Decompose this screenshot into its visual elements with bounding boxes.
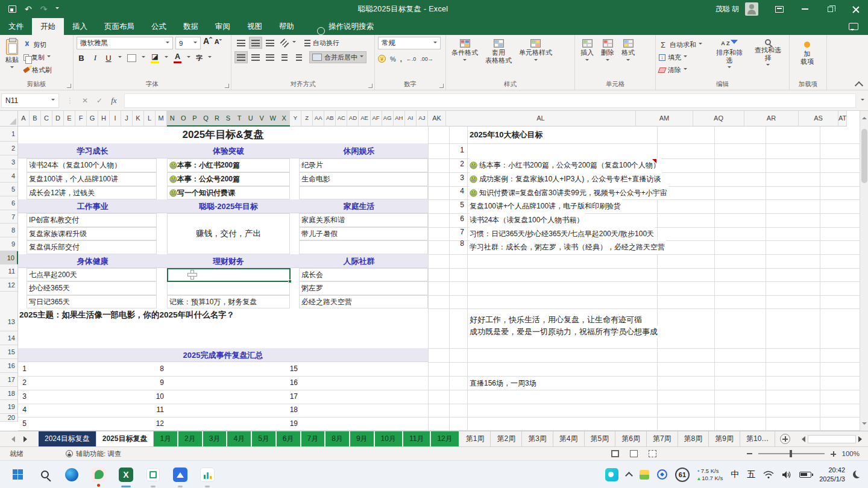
fill-button[interactable]: ↓填充 [659,52,709,63]
taskbar-search-button[interactable] [37,467,52,483]
copy-button[interactable]: 复制 [24,52,52,63]
font-size-combo[interactable]: 9 [175,37,201,49]
close-button[interactable] [843,0,868,18]
decrease-decimal-icon[interactable]: .00→ [420,56,433,62]
column-header-selected[interactable]: U [245,111,257,125]
tell-me-search[interactable]: 操作说明搜索 [329,22,374,32]
column-header[interactable]: AK [428,111,446,126]
snipping-tool-button[interactable] [145,467,161,483]
conditional-formatting-button[interactable]: 条件格式 [449,37,480,80]
sheet-tab-week[interactable]: 第8周 [678,431,709,446]
core-goal-number[interactable]: 1 [449,143,464,157]
find-select-button[interactable]: 查找和选择 [750,37,786,80]
list-number[interactable]: 16 [253,376,298,390]
column-header-selected[interactable]: O [178,111,190,125]
column-header-selected[interactable]: S [223,111,234,125]
list-number[interactable]: 2 [18,376,27,390]
minimize-button[interactable] [792,0,817,18]
alignment-dialog-launcher-icon[interactable] [368,84,373,88]
tab-review[interactable]: 审阅 [207,18,239,35]
tray-app-icon[interactable] [640,470,649,480]
bold-button[interactable]: B [77,54,86,63]
clear-button[interactable]: 清除 [659,64,709,75]
column-header[interactable]: H [98,111,110,126]
prev-sheet-icon[interactable] [8,436,15,442]
format-as-table-button[interactable]: 套用表格格式 [483,37,514,80]
format-cells-button[interactable]: 格式 [619,37,637,80]
tab-help[interactable]: 帮助 [271,18,303,35]
cell-n3[interactable]: 本事：小红书200篇 [167,158,290,172]
security-shield-icon[interactable] [657,469,667,480]
notes-app-button[interactable] [91,467,107,483]
sheet-tab-week[interactable]: 第9周 [709,431,740,446]
addins-button[interactable]: 加载项 [793,37,822,80]
zoom-out-icon[interactable] [747,453,752,454]
accounting-format-icon[interactable]: ¥ [378,55,386,63]
cell-b13[interactable]: 写日记365天 [27,295,157,308]
column-header-selected[interactable]: T [234,111,245,125]
sheet-tab-week[interactable]: 第6周 [615,431,647,446]
list-number[interactable]: 5 [18,417,27,431]
cell-y3[interactable]: 纪录片 [299,158,428,172]
row-header[interactable]: 13 [0,292,18,331]
blue-app-button[interactable] [172,467,188,483]
wubi-indicator[interactable]: 五 [747,469,755,480]
motto-line-2[interactable]: 成功既是爱，爱是一切原动力，祝福所有学员心想事成 [470,326,659,338]
row-header[interactable]: 14 [0,331,18,345]
increase-indent-icon[interactable] [292,51,306,63]
sheet-tab-month[interactable]: 3月 [203,431,227,446]
column-header-selected[interactable]: Q [201,111,212,125]
new-sheet-icon[interactable] [780,434,790,444]
core-goal-4[interactable]: 知识付费课=复盘创富30讲卖99元，视频号+公众号+小宇宙 [470,186,668,199]
formula-bar-expand-icon[interactable] [861,99,864,102]
cell-y8[interactable]: 带儿子暑假 [299,227,428,240]
row-header[interactable]: 1 [0,127,18,142]
list-number[interactable]: 1 [18,362,27,376]
format-painter-button[interactable]: 格式刷 [24,64,52,75]
selected-cell-n11[interactable] [167,268,291,282]
sheet-tab-month[interactable]: 4月 [227,431,251,446]
percent-style-icon[interactable]: % [390,55,396,63]
cell-n13[interactable]: 记账：预算10万，财务复盘 [167,295,290,308]
tab-file[interactable]: 文件 [0,18,32,35]
cell-y7[interactable]: 家庭关系和谐 [299,213,428,227]
core-goal-number[interactable]: 5 [449,198,464,212]
confirm-icon[interactable]: ✓ [96,96,102,105]
comma-style-icon[interactable]: , [400,55,402,63]
column-header[interactable]: AM [636,111,693,126]
increase-decimal-icon[interactable]: ←.0 [406,56,417,62]
focus-moon-icon[interactable] [853,471,861,478]
column-header-selected[interactable]: V [256,111,268,125]
zoom-level[interactable]: 100% [842,450,860,457]
formula-input[interactable] [124,93,856,108]
cell-y5[interactable] [299,186,428,199]
cell-b4[interactable]: 复盘100讲，个人品牌100讲 [27,172,157,186]
hscroll-left-icon[interactable] [799,436,805,442]
column-header[interactable]: B [30,111,41,126]
row-header[interactable]: 11 [0,264,18,278]
merge-center-button[interactable]: 合并后居中 [309,51,366,63]
list-number[interactable]: 15 [253,362,298,376]
row-header[interactable]: 7 [0,210,18,224]
ime-indicator[interactable]: 中 [731,469,739,480]
row-header[interactable]: 6 [0,196,18,210]
column-header[interactable]: AS [799,111,838,126]
column-header-selected[interactable]: P [189,111,201,125]
next-sheet-icon[interactable] [24,436,30,442]
ribbon-display-options-button[interactable] [767,0,792,18]
core-goal-5[interactable]: 复盘100讲+个人品牌100讲，电子版和印刷验货 [470,199,622,213]
grow-font-icon[interactable]: Aˆ [203,37,212,49]
cell-y4[interactable]: 生命电影 [299,172,428,186]
core-goals-title[interactable]: 2025年10大核心目标 [470,127,544,143]
cell-b7[interactable]: IP创富私教交付 [27,213,157,227]
sheet-tab-2025-active[interactable]: 2025目标复盘 [96,431,154,446]
page-layout-view-icon[interactable] [630,450,638,457]
cell-b8[interactable]: 复盘家族课程升级 [27,227,157,240]
align-right-icon[interactable] [263,51,277,63]
list-number[interactable]: 11 [121,403,164,417]
cell-b5[interactable]: 成长会12讲，过钱关 [27,186,157,199]
restore-button[interactable] [817,0,843,18]
vertical-scroll-thumb[interactable] [861,129,867,183]
cell-y9[interactable] [299,240,428,254]
column-header[interactable]: AI [405,111,417,126]
